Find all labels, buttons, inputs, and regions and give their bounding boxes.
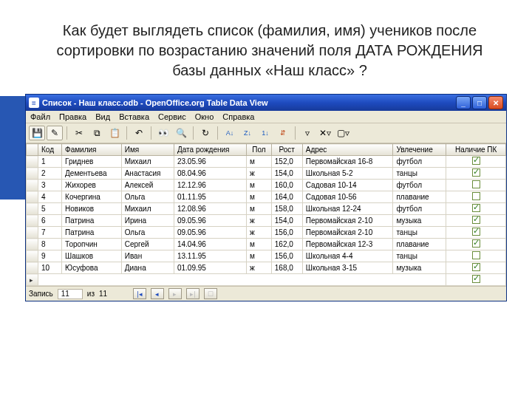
row-selector[interactable] bbox=[27, 227, 38, 239]
menu-file[interactable]: Файл bbox=[30, 112, 50, 121]
col-sex[interactable]: Пол bbox=[247, 144, 272, 156]
menu-tools[interactable]: Сервис bbox=[158, 112, 186, 121]
cell-pc[interactable] bbox=[446, 156, 506, 168]
table-row[interactable]: 4КочергинаОльга01.11.95м164,0Садовая 10-… bbox=[27, 191, 506, 203]
cell-height[interactable]: 154,0 bbox=[271, 168, 302, 180]
cell-address[interactable]: Школьная 5-2 bbox=[302, 168, 393, 180]
row-selector[interactable] bbox=[27, 180, 38, 191]
cell-pc[interactable] bbox=[446, 274, 506, 286]
cell-pc[interactable] bbox=[446, 227, 506, 239]
cell-id[interactable]: 1 bbox=[38, 156, 62, 168]
row-selector[interactable] bbox=[27, 239, 38, 250]
cell-pc[interactable] bbox=[446, 215, 506, 227]
nav-last-icon[interactable]: ▸| bbox=[186, 288, 200, 299]
data-grid[interactable]: Код Фамилия Имя Дата рождения Пол Рост А… bbox=[26, 143, 506, 286]
row-selector[interactable] bbox=[27, 215, 38, 227]
cell-pc[interactable] bbox=[446, 191, 506, 203]
close-button[interactable]: ✕ bbox=[488, 96, 503, 109]
cell-id[interactable]: 4 bbox=[38, 191, 62, 203]
nav-new-icon[interactable]: ☐ bbox=[204, 288, 217, 299]
cell-height[interactable]: 156,0 bbox=[271, 250, 302, 262]
cell-hobby[interactable]: танцы bbox=[393, 227, 446, 239]
col-surname[interactable]: Фамилия bbox=[62, 144, 122, 156]
edit-icon[interactable]: ✎ bbox=[47, 126, 63, 140]
table-row[interactable]: 1ГридневМихаил23.05.96м152,0Первомайская… bbox=[27, 156, 506, 168]
cell-height[interactable]: 160,0 bbox=[271, 180, 302, 191]
table-row[interactable]: 6ПатринаИрина09.05.96ж154,0Первомайская … bbox=[27, 215, 506, 227]
standard-filter-icon[interactable]: ▢▿ bbox=[335, 126, 351, 140]
new-record-row[interactable] bbox=[27, 274, 506, 286]
titlebar[interactable]: ≡ Список - Наш класс.odb - OpenOffice.or… bbox=[26, 95, 506, 111]
cell-surname[interactable]: Патрина bbox=[62, 215, 122, 227]
cell-address[interactable]: Первомайская 2-10 bbox=[302, 215, 393, 227]
record-current[interactable]: 11 bbox=[58, 289, 83, 299]
cell-dob[interactable]: 09.05.96 bbox=[174, 227, 246, 239]
cell-dob[interactable]: 13.11.95 bbox=[174, 250, 246, 262]
cell-height[interactable]: 152,0 bbox=[271, 156, 302, 168]
find-next-icon[interactable]: 🔍 bbox=[173, 126, 189, 140]
save-icon[interactable]: 💾 bbox=[29, 126, 45, 140]
cell-id[interactable]: 5 bbox=[38, 203, 62, 215]
cell-name[interactable]: Анастасия bbox=[121, 168, 174, 180]
cell-sex[interactable]: м bbox=[247, 191, 272, 203]
col-dob[interactable]: Дата рождения bbox=[174, 144, 246, 156]
cell-id[interactable]: 2 bbox=[38, 168, 62, 180]
row-selector-header[interactable] bbox=[27, 144, 38, 156]
table-row[interactable]: 3ЖихоревАлексей12.12.96м160,0Садовая 10-… bbox=[27, 180, 506, 191]
menu-edit[interactable]: Правка bbox=[59, 112, 86, 121]
cell-height[interactable]: 154,0 bbox=[271, 215, 302, 227]
cell-address[interactable]: Садовая 10-56 bbox=[302, 191, 393, 203]
cell-surname[interactable]: Юсуфова bbox=[62, 262, 122, 274]
row-selector[interactable] bbox=[27, 203, 38, 215]
cell-dob[interactable]: 08.04.96 bbox=[174, 168, 246, 180]
cell-id[interactable]: 9 bbox=[38, 250, 62, 262]
checkbox-icon[interactable] bbox=[472, 251, 480, 259]
table-row[interactable]: 9ШашковИван13.11.95м156,0Школьная 4-4тан… bbox=[27, 250, 506, 262]
cell-surname[interactable]: Гриднев bbox=[62, 156, 122, 168]
cell-hobby[interactable]: футбол bbox=[393, 156, 446, 168]
cell-dob[interactable]: 12.12.96 bbox=[174, 180, 246, 191]
cell-name[interactable]: Ирина bbox=[121, 215, 174, 227]
row-selector[interactable] bbox=[27, 191, 38, 203]
cell-name[interactable]: Михаил bbox=[121, 203, 174, 215]
cell-dob[interactable]: 09.05.96 bbox=[174, 215, 246, 227]
cell-address[interactable]: Первомайская 12-3 bbox=[302, 239, 393, 250]
cell-hobby[interactable]: футбол bbox=[393, 180, 446, 191]
cell-dob[interactable]: 23.05.96 bbox=[174, 156, 246, 168]
cell-name[interactable]: Иван bbox=[121, 250, 174, 262]
cell-id[interactable]: 8 bbox=[38, 239, 62, 250]
cell-address[interactable]: Первомайская 16-8 bbox=[302, 156, 393, 168]
paste-icon[interactable]: 📋 bbox=[106, 126, 123, 140]
cell-dob[interactable]: 12.08.96 bbox=[174, 203, 246, 215]
checkbox-icon[interactable] bbox=[472, 192, 480, 200]
cell-sex[interactable]: ж bbox=[247, 215, 272, 227]
cell-surname[interactable]: Жихорев bbox=[62, 180, 122, 191]
col-height[interactable]: Рост bbox=[271, 144, 302, 156]
cell-id[interactable]: 7 bbox=[38, 227, 62, 239]
table-row[interactable]: 5НовиковМихаил12.08.96м158,0Школьная 12-… bbox=[27, 203, 506, 215]
checkbox-icon[interactable] bbox=[472, 239, 480, 248]
sort-num-icon[interactable]: 1↓ bbox=[257, 126, 273, 140]
cell-id[interactable]: 6 bbox=[38, 215, 62, 227]
cell-hobby[interactable]: музыка bbox=[393, 262, 446, 274]
menu-view[interactable]: Вид bbox=[95, 112, 110, 121]
sort-desc-icon[interactable]: Z↓ bbox=[239, 126, 256, 140]
cell-id[interactable]: 10 bbox=[38, 262, 62, 274]
cell-surname[interactable]: Дементьева bbox=[62, 168, 122, 180]
col-hobby[interactable]: Увлечение bbox=[393, 144, 446, 156]
cell-pc[interactable] bbox=[446, 168, 506, 180]
autofilter-icon[interactable]: ▿ bbox=[299, 126, 316, 140]
checkbox-icon[interactable] bbox=[472, 275, 480, 283]
cell-name[interactable]: Алексей bbox=[121, 180, 174, 191]
col-id[interactable]: Код bbox=[38, 144, 62, 156]
cell-surname[interactable]: Торопчин bbox=[62, 239, 122, 250]
cell-height[interactable]: 162,0 bbox=[271, 239, 302, 250]
cell-name[interactable]: Ольга bbox=[121, 227, 174, 239]
cell-height[interactable]: 164,0 bbox=[271, 191, 302, 203]
cell-address[interactable]: Садовая 10-14 bbox=[302, 180, 393, 191]
table-row[interactable]: 10ЮсуфоваДиана01.09.95ж168,0Школьная 3-1… bbox=[27, 262, 506, 274]
cell-sex[interactable]: м bbox=[247, 203, 272, 215]
cell-surname[interactable]: Кочергина bbox=[62, 191, 122, 203]
cell-height[interactable]: 156,0 bbox=[271, 227, 302, 239]
cell-name[interactable]: Михаил bbox=[121, 156, 174, 168]
